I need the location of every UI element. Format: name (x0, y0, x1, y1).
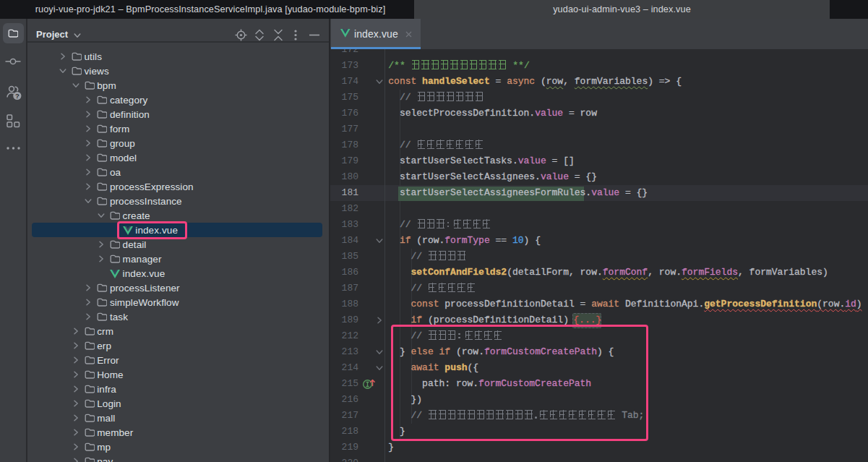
svg-text:?: ? (15, 92, 20, 100)
